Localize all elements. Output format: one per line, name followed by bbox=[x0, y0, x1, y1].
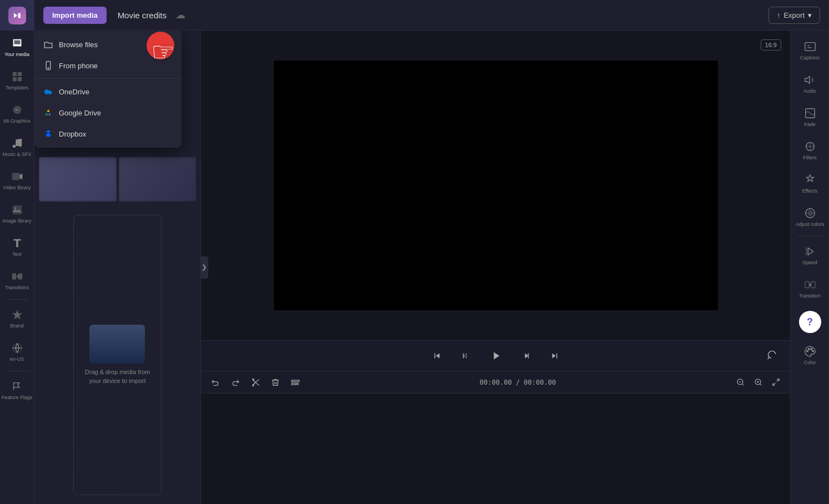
timeline-toolbar: 00:00.00 / 00:00.00 bbox=[201, 371, 790, 394]
right-panel-audio[interactable]: Audio bbox=[793, 68, 827, 99]
right-panel-color[interactable]: Color bbox=[793, 340, 827, 371]
dropdown-item-dropbox[interactable]: Dropbox bbox=[34, 123, 182, 144]
sidebar-item-transitions[interactable]: Transitions bbox=[0, 264, 34, 297]
media-thumbnail[interactable] bbox=[39, 157, 117, 201]
sidebar-item-brand[interactable]: Brand bbox=[0, 302, 34, 335]
export-button[interactable]: ↑ Export ▾ bbox=[768, 7, 820, 24]
logo-icon bbox=[8, 7, 26, 24]
svg-rect-39 bbox=[811, 282, 815, 288]
project-title: Movie credits bbox=[118, 11, 167, 20]
svg-rect-16 bbox=[463, 354, 464, 359]
media-thumbnails-grid bbox=[39, 157, 196, 201]
add-track-button[interactable] bbox=[288, 375, 303, 390]
sidebar-item-video-library[interactable]: Video library bbox=[0, 164, 34, 197]
sync-icon: ☁ bbox=[175, 9, 185, 21]
dropdown-item-browse-files[interactable]: Browse files bbox=[34, 34, 182, 55]
svg-rect-3 bbox=[12, 77, 16, 81]
sidebar-item-en-us[interactable]: en-US bbox=[0, 335, 34, 369]
sidebar-item-image-library[interactable]: Image library bbox=[0, 197, 34, 230]
sidebar-item-feature-flags[interactable]: Feature Flags bbox=[0, 374, 34, 407]
browse-files-label: Browse files bbox=[59, 41, 98, 49]
svg-rect-33 bbox=[805, 43, 815, 51]
video-preview: 16:9 bbox=[201, 31, 790, 340]
timeline-time-display: 00:00.00 / 00:00.00 bbox=[308, 379, 728, 386]
dropdown-item-google-drive[interactable]: Google Drive bbox=[34, 102, 182, 123]
svg-rect-0 bbox=[18, 13, 21, 18]
zoom-out-button[interactable] bbox=[732, 375, 748, 390]
undo-button[interactable] bbox=[208, 375, 223, 390]
right-divider bbox=[797, 236, 822, 236]
svg-point-10 bbox=[14, 207, 16, 209]
media-thumbnail[interactable] bbox=[119, 157, 197, 201]
sidebar-item-text[interactable]: Text bbox=[0, 230, 34, 264]
import-thumb-preview bbox=[89, 325, 145, 364]
dropdown-item-onedrive[interactable]: OneDrive bbox=[34, 81, 182, 102]
sidebar-label-video-library: Video library bbox=[3, 185, 31, 190]
dropdown-item-from-phone[interactable]: From phone bbox=[34, 55, 182, 76]
sidebar-item-graphics[interactable]: 88 Graphics bbox=[0, 97, 34, 130]
svg-line-30 bbox=[760, 384, 761, 385]
right-panel-adjust-colors-label: Adjust colors bbox=[796, 221, 825, 227]
delete-button[interactable] bbox=[268, 375, 283, 390]
sidebar-item-templates[interactable]: Templates bbox=[0, 64, 34, 97]
from-phone-label: From phone bbox=[59, 62, 98, 70]
zoom-controls bbox=[732, 375, 783, 390]
svg-point-18 bbox=[253, 385, 254, 386]
fit-to-window-button[interactable] bbox=[768, 375, 783, 390]
drag-drop-instructions: Drag & drop media from your device to im… bbox=[85, 368, 150, 385]
svg-point-42 bbox=[810, 349, 812, 350]
right-panel-filters[interactable]: Filters bbox=[793, 135, 827, 166]
sidebar-divider-2 bbox=[6, 371, 28, 371]
help-label: ? bbox=[807, 316, 813, 328]
play-button[interactable] bbox=[486, 346, 506, 366]
right-panel-adjust-colors[interactable]: Adjust colors bbox=[793, 201, 827, 233]
right-panel-fade-label: Fade bbox=[804, 122, 816, 127]
help-button[interactable]: ? bbox=[799, 311, 821, 333]
redo-button[interactable] bbox=[228, 375, 243, 390]
current-time: 00:00.00 bbox=[480, 379, 512, 386]
cut-button[interactable] bbox=[248, 375, 263, 390]
frame-forward-button[interactable] bbox=[517, 347, 535, 365]
drag-drop-text-line2: your device to import bbox=[89, 377, 145, 384]
right-panel-effects[interactable]: Effects bbox=[793, 168, 827, 199]
svg-rect-1 bbox=[12, 72, 16, 76]
right-panel-effects-label: Effects bbox=[802, 188, 817, 194]
sidebar-label-feature-flags: Feature Flags bbox=[2, 395, 33, 400]
sidebar: Your media Templates 88 Graphics Music &… bbox=[0, 0, 34, 504]
total-time: 00:00.00 bbox=[524, 379, 556, 386]
sidebar-label-templates: Templates bbox=[6, 85, 28, 90]
body-area: Browse files From phone OneDrive bbox=[34, 31, 829, 504]
app-logo[interactable] bbox=[0, 0, 34, 31]
aspect-ratio-badge[interactable]: 16:9 bbox=[761, 39, 781, 51]
svg-rect-38 bbox=[805, 282, 808, 288]
video-canvas bbox=[274, 61, 718, 310]
skip-forward-button[interactable] bbox=[546, 347, 564, 365]
svg-point-19 bbox=[253, 379, 254, 380]
right-panel-transition[interactable]: Transition bbox=[793, 273, 827, 304]
dropbox-label: Dropbox bbox=[59, 130, 86, 138]
import-media-button[interactable]: Import media bbox=[43, 7, 107, 24]
frame-back-button[interactable] bbox=[457, 347, 475, 365]
panel-collapse-button[interactable] bbox=[200, 256, 208, 279]
sidebar-item-your-media[interactable]: Your media bbox=[0, 31, 34, 64]
svg-rect-17 bbox=[527, 354, 529, 359]
drag-drop-text-line1: Drag & drop media from bbox=[85, 369, 150, 375]
svg-rect-11 bbox=[12, 274, 16, 280]
drag-drop-zone[interactable]: Drag & drop media from your device to im… bbox=[73, 215, 162, 495]
zoom-in-button[interactable] bbox=[750, 375, 766, 390]
sidebar-label-music-sfx: Music & SFX bbox=[2, 152, 31, 157]
video-area: 16:9 bbox=[201, 31, 790, 504]
skip-back-button[interactable] bbox=[428, 347, 446, 365]
right-panel-captions[interactable]: Captions bbox=[793, 35, 827, 66]
svg-point-15 bbox=[48, 68, 49, 69]
right-panel-speed[interactable]: Speed bbox=[793, 240, 827, 271]
timeline-track-area[interactable] bbox=[201, 394, 790, 504]
right-panel-transition-label: Transition bbox=[799, 293, 821, 299]
right-panel-speed-label: Speed bbox=[802, 260, 817, 265]
right-panel-fade[interactable]: Fade bbox=[793, 102, 827, 133]
refresh-button[interactable] bbox=[763, 347, 781, 365]
right-panel-filters-label: Filters bbox=[803, 155, 817, 160]
svg-point-41 bbox=[808, 349, 810, 350]
sidebar-item-music-sfx[interactable]: Music & SFX bbox=[0, 130, 34, 164]
right-panel: Captions Audio Fade bbox=[790, 31, 829, 504]
